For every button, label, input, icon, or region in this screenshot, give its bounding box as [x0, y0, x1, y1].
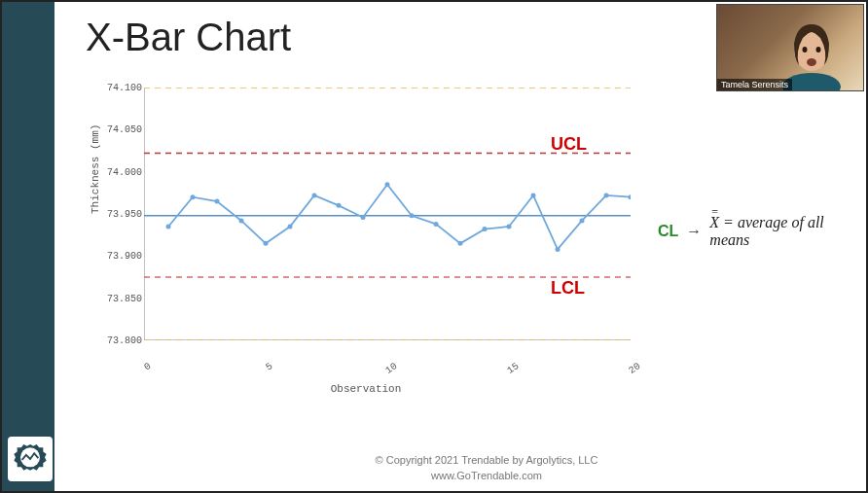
- svg-point-21: [483, 227, 488, 231]
- cl-annotation: CL → X = average of all means: [658, 214, 866, 249]
- svg-point-9: [191, 194, 196, 199]
- svg-point-23: [531, 193, 536, 197]
- svg-point-12: [264, 241, 269, 246]
- svg-point-15: [337, 203, 342, 208]
- footer: © Copyright 2021 Trendable by Argolytics…: [107, 453, 866, 483]
- logo: [8, 437, 53, 481]
- page-title: X-Bar Chart: [86, 16, 291, 59]
- svg-point-32: [807, 58, 816, 66]
- svg-point-13: [288, 225, 293, 229]
- svg-point-22: [507, 225, 512, 229]
- y-tick: 74.050: [107, 124, 142, 135]
- y-tick: 73.950: [107, 209, 142, 220]
- ucl-label: UCL: [551, 134, 587, 155]
- y-tick: 73.850: [107, 293, 142, 303]
- plot-area: [144, 88, 631, 340]
- svg-point-25: [580, 218, 585, 223]
- svg-point-26: [604, 193, 609, 197]
- arrow-icon: →: [686, 223, 702, 240]
- lcl-label: LCL: [551, 278, 585, 299]
- svg-point-31: [816, 47, 821, 53]
- x-tick: 15: [505, 361, 521, 376]
- y-tick: 73.800: [107, 335, 142, 346]
- side-stripe: [2, 2, 54, 491]
- svg-point-27: [629, 194, 632, 199]
- website: www.GoTrendable.com: [107, 469, 866, 483]
- xbar-chart: Thickness (mm) 73.80073.85073.90073.9507…: [84, 78, 648, 399]
- svg-point-8: [166, 225, 171, 229]
- x-tick: 0: [142, 361, 153, 372]
- y-axis-label: Thickness (mm): [90, 124, 101, 214]
- cl-label: CL: [658, 223, 678, 240]
- svg-point-24: [556, 247, 561, 252]
- svg-point-10: [215, 199, 220, 204]
- svg-point-16: [361, 215, 366, 220]
- formula-text: = average of all means: [709, 214, 823, 248]
- x-tick: 5: [264, 361, 274, 372]
- svg-point-18: [410, 213, 415, 218]
- x-tick: 20: [627, 361, 642, 376]
- x-double-bar: X: [709, 214, 719, 231]
- y-tick: 74.100: [107, 83, 142, 93]
- y-tick: 74.000: [107, 166, 142, 177]
- cl-formula: X = average of all means: [709, 214, 866, 249]
- presenter-name: Tamela Serensits: [717, 79, 792, 90]
- x-tick: 10: [383, 361, 399, 376]
- svg-point-20: [458, 241, 463, 246]
- svg-point-30: [803, 47, 808, 53]
- svg-point-14: [312, 193, 317, 197]
- y-tick: 73.900: [107, 251, 142, 262]
- webcam-overlay: Tamela Serensits: [716, 4, 864, 91]
- x-axis-label: Observation: [84, 383, 648, 395]
- svg-point-17: [385, 182, 390, 187]
- svg-point-19: [434, 222, 439, 227]
- copyright: © Copyright 2021 Trendable by Argolytics…: [107, 453, 866, 468]
- svg-point-11: [239, 218, 244, 223]
